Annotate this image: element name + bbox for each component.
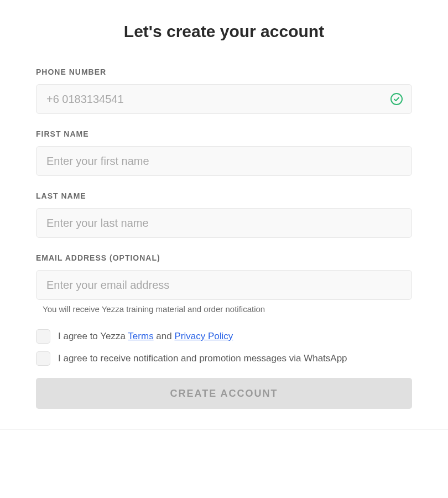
first-name-input[interactable] — [36, 146, 412, 176]
whatsapp-consent-row: I agree to receive notification and prom… — [36, 351, 412, 366]
terms-consent-label: I agree to Yezza Terms and Privacy Polic… — [58, 330, 233, 343]
last-name-input[interactable] — [36, 208, 412, 238]
email-group: EMAIL ADDRESS (OPTIONAL) You will receiv… — [36, 253, 412, 314]
last-name-label: LAST NAME — [36, 191, 412, 200]
terms-mid-text: and — [154, 331, 175, 341]
email-input[interactable] — [36, 270, 412, 300]
first-name-group: FIRST NAME — [36, 129, 412, 176]
phone-number-input[interactable] — [36, 84, 412, 114]
page-divider — [0, 429, 448, 429]
page-title: Let's create your account — [36, 22, 412, 41]
terms-prefix-text: I agree to Yezza — [58, 331, 128, 341]
svg-point-0 — [391, 94, 402, 105]
phone-input-wrap — [36, 84, 412, 114]
first-name-label: FIRST NAME — [36, 129, 412, 138]
terms-link[interactable]: Terms — [128, 331, 153, 341]
last-name-group: LAST NAME — [36, 191, 412, 238]
whatsapp-checkbox[interactable] — [36, 351, 50, 366]
whatsapp-consent-label: I agree to receive notification and prom… — [58, 352, 347, 365]
create-account-button[interactable]: CREATE ACCOUNT — [36, 378, 412, 409]
privacy-policy-link[interactable]: Privacy Policy — [174, 331, 233, 341]
phone-number-label: PHONE NUMBER — [36, 68, 412, 76]
consent-group: I agree to Yezza Terms and Privacy Polic… — [36, 329, 412, 366]
email-help-text: You will receive Yezza training material… — [36, 304, 412, 314]
terms-checkbox[interactable] — [36, 329, 50, 344]
phone-number-group: PHONE NUMBER — [36, 68, 412, 114]
check-circle-icon — [390, 92, 403, 106]
terms-consent-row: I agree to Yezza Terms and Privacy Polic… — [36, 329, 412, 344]
email-label: EMAIL ADDRESS (OPTIONAL) — [36, 253, 412, 262]
